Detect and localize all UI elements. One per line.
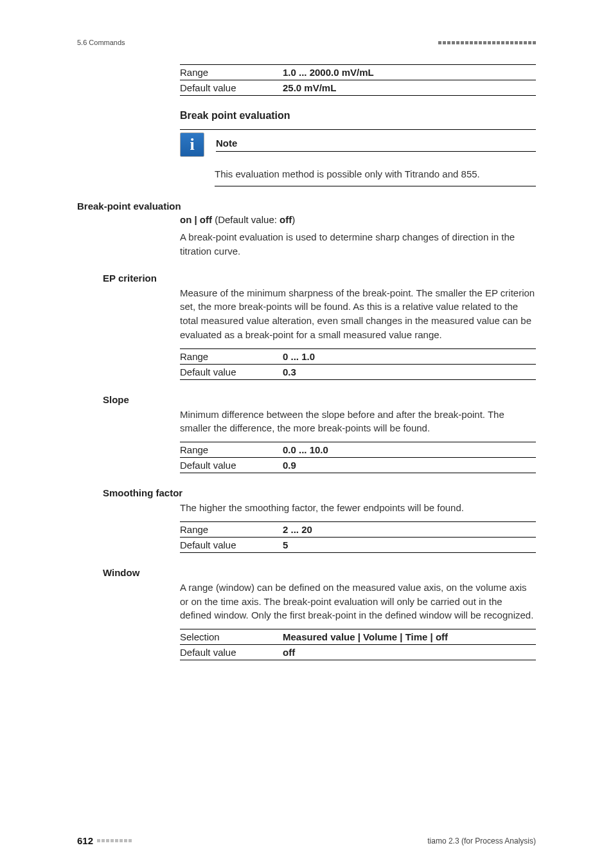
param-label-window: Window [103, 567, 536, 578]
param-desc-smoothing: The higher the smoothing factor, the few… [180, 501, 536, 515]
note-box: i Note This evaluation method is possibl… [180, 129, 536, 186]
default-value: off [283, 647, 536, 658]
default-label: Default value [180, 82, 283, 93]
footer-text: tiamo 2.3 (for Process Analysis) [427, 836, 536, 845]
info-icon: i [180, 132, 204, 157]
default-label: Default value [180, 366, 283, 377]
page-number: 612 [77, 835, 93, 846]
param-label-ep-criterion: EP criterion [103, 273, 536, 284]
range-value: 0.0 ... 10.0 [283, 444, 536, 455]
param-desc-slope: Minimum difference between the slope bef… [180, 408, 536, 436]
selection-value: Measured value | Volume | Time | off [283, 631, 536, 642]
default-value: 0.3 [283, 366, 536, 377]
param-desc-ep: Measure of the minimum sharpness of the … [180, 286, 536, 342]
close-paren: ) [292, 214, 295, 225]
param-desc-window: A range (window) can be defined on the m… [180, 581, 536, 622]
default-value: 5 [283, 539, 536, 550]
param-label-slope: Slope [103, 394, 536, 405]
default-label: Default value [180, 647, 283, 658]
default-value: 0.9 [283, 460, 536, 471]
selection-label: Selection [180, 631, 283, 642]
section-heading-break-point-evaluation: Break point evaluation [180, 110, 536, 122]
param-desc-bpe: A break-point evaluation is used to dete… [180, 230, 536, 258]
param-options: on | off (Default value: off) [180, 214, 536, 225]
range-label: Range [180, 444, 283, 455]
header-decoration [438, 41, 536, 44]
range-label: Range [180, 67, 283, 78]
range-value: 0 ... 1.0 [283, 351, 536, 362]
header-section: 5.6 Commands [77, 39, 125, 46]
default-word: (Default value: [212, 214, 280, 225]
range-value: 1.0 ... 2000.0 mV/mL [283, 67, 536, 78]
default-label: Default value [180, 539, 283, 550]
param-label-break-point-evaluation: Break-point evaluation [77, 201, 536, 212]
note-title: Note [216, 138, 536, 152]
default-value: 25.0 mV/mL [283, 82, 536, 93]
default-val: off [280, 214, 292, 225]
default-label: Default value [180, 460, 283, 471]
range-value: 2 ... 20 [283, 524, 536, 535]
param-label-smoothing-factor: Smoothing factor [103, 487, 536, 498]
options-text: on | off [180, 214, 212, 225]
footer-decoration [97, 839, 132, 842]
range-label: Range [180, 524, 283, 535]
note-body: This evaluation method is possible only … [215, 168, 536, 186]
range-label: Range [180, 351, 283, 362]
